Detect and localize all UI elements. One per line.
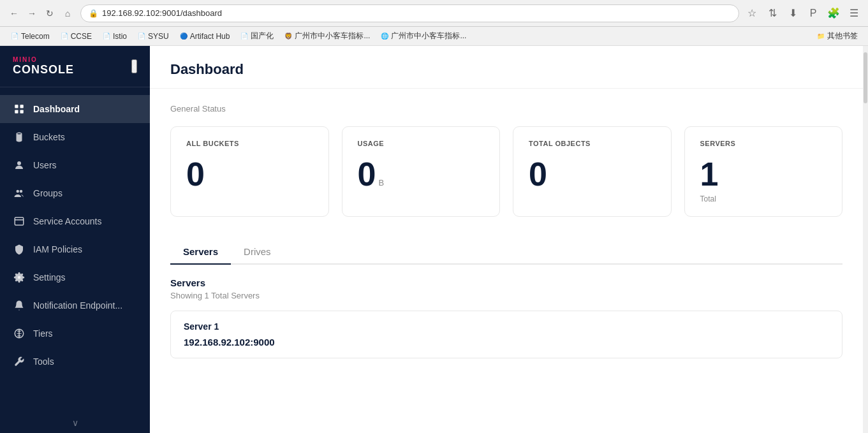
firefox-sync-button[interactable]: ⇅ bbox=[765, 6, 780, 21]
sidebar-logo: MINIO CONSOLE ‹ bbox=[0, 46, 150, 87]
sidebar-item-service-accounts[interactable]: Service Accounts bbox=[0, 207, 150, 235]
sidebar-item-iam-label: IAM Policies bbox=[33, 244, 82, 254]
sidebar-item-notification[interactable]: Notification Endpoint... bbox=[0, 291, 150, 319]
svg-point-6 bbox=[20, 190, 23, 193]
bookmarks-bar: 📄 Telecom 📄 CCSE 📄 Istio 📄 SYSU 🔵 Artifa… bbox=[0, 27, 868, 46]
bookmark-star-button[interactable]: ☆ bbox=[744, 6, 760, 21]
sidebar-item-tiers-label: Tiers bbox=[33, 328, 53, 339]
svg-rect-7 bbox=[15, 217, 24, 225]
stat-label-buckets: ALL BUCKETS bbox=[186, 140, 313, 147]
sidebar-item-dashboard-label: Dashboard bbox=[33, 104, 80, 114]
servers-section-title: Servers bbox=[170, 277, 842, 288]
bookmark-gz2[interactable]: 🌐 广州市中小客车指标... bbox=[376, 29, 470, 43]
stat-card-servers: SERVERS 1 Total bbox=[684, 126, 843, 217]
address-bar[interactable]: 🔒 192.168.92.102:9001/dashboard bbox=[80, 4, 739, 22]
bookmark-ccse-label: CCSE bbox=[71, 32, 92, 41]
bookmark-artifact-hub-icon: 🔵 bbox=[179, 32, 188, 41]
bookmark-ccse-icon: 📄 bbox=[60, 32, 69, 41]
sidebar-item-tools[interactable]: Tools bbox=[0, 348, 150, 376]
sidebar-item-buckets-label: Buckets bbox=[33, 132, 65, 142]
stat-card-objects: TOTAL OBJECTS 0 bbox=[513, 126, 672, 217]
content-area: General Status ALL BUCKETS 0 USAGE 0 B bbox=[150, 89, 863, 374]
bookmark-gz1[interactable]: 🦁 广州市中小客车指标... bbox=[280, 29, 374, 43]
sidebar-item-buckets[interactable]: Buckets bbox=[0, 123, 150, 151]
tabs-header: Servers Drives bbox=[170, 240, 842, 265]
sidebar-item-service-accounts-label: Service Accounts bbox=[33, 216, 101, 226]
bookmark-other[interactable]: 📁 其他书签 bbox=[813, 29, 862, 43]
right-scrollbar-thumb bbox=[864, 52, 867, 103]
bookmark-telecom-label: Telecom bbox=[21, 32, 50, 41]
bookmark-guochanhua[interactable]: 📄 国产化 bbox=[236, 29, 277, 43]
bookmark-gz1-icon: 🦁 bbox=[284, 32, 293, 41]
stat-label-objects: TOTAL OBJECTS bbox=[529, 140, 656, 147]
sidebar-item-iam[interactable]: IAM Policies bbox=[0, 235, 150, 263]
menu-button[interactable]: ☰ bbox=[846, 6, 862, 21]
bookmark-istio-label: Istio bbox=[113, 32, 127, 41]
page-header: Dashboard bbox=[150, 46, 863, 89]
service-accounts-icon bbox=[13, 215, 26, 228]
server-addr: 192.168.92.102:9000 bbox=[184, 337, 829, 348]
sidebar-item-groups[interactable]: Groups bbox=[0, 179, 150, 207]
sidebar-collapse-button[interactable]: ‹ bbox=[131, 59, 137, 73]
bookmark-telecom[interactable]: 📄 Telecom bbox=[6, 31, 54, 42]
bookmark-artifact-hub[interactable]: 🔵 Artifact Hub bbox=[175, 31, 234, 42]
profile-button[interactable]: P bbox=[805, 6, 821, 21]
logo-console: CONSOLE bbox=[13, 63, 74, 77]
forward-button[interactable]: → bbox=[24, 6, 40, 21]
tiers-icon bbox=[13, 327, 26, 340]
reload-button[interactable]: ↻ bbox=[42, 6, 57, 21]
users-icon bbox=[13, 159, 26, 172]
sidebar-item-dashboard[interactable]: Dashboard bbox=[0, 95, 150, 123]
sidebar-item-settings[interactable]: Settings bbox=[0, 263, 150, 291]
tabs-section: Servers Drives Servers Showing 1 Total S… bbox=[170, 240, 842, 358]
app-container: MINIO CONSOLE ‹ Dashboard Buckets bbox=[0, 46, 868, 433]
bookmark-ccse[interactable]: 📄 CCSE bbox=[56, 31, 96, 42]
bookmark-istio-icon: 📄 bbox=[102, 32, 111, 41]
iam-icon bbox=[13, 243, 26, 256]
home-button[interactable]: ⌂ bbox=[60, 6, 75, 21]
bookmark-gz1-label: 广州市中小客车指标... bbox=[295, 31, 370, 41]
svg-point-4 bbox=[17, 161, 21, 165]
tools-icon bbox=[13, 355, 26, 368]
servers-content: Servers Showing 1 Total Servers Server 1… bbox=[170, 277, 842, 358]
tab-drives[interactable]: Drives bbox=[231, 240, 284, 265]
logo-text: MINIO CONSOLE bbox=[13, 56, 74, 77]
sidebar-item-users-label: Users bbox=[33, 160, 57, 170]
bookmark-other-label: 其他书签 bbox=[827, 31, 858, 41]
svg-rect-1 bbox=[20, 105, 24, 108]
tab-servers[interactable]: Servers bbox=[170, 240, 231, 265]
sidebar-item-tiers[interactable]: Tiers bbox=[0, 319, 150, 348]
stat-value-row-usage: 0 B bbox=[358, 158, 485, 191]
svg-rect-3 bbox=[20, 110, 24, 114]
browser-toolbar: ← → ↻ ⌂ 🔒 192.168.92.102:9001/dashboard … bbox=[0, 0, 868, 27]
sidebar-item-groups-label: Groups bbox=[33, 188, 63, 198]
dashboard-icon bbox=[13, 103, 26, 115]
download-button[interactable]: ⬇ bbox=[785, 6, 800, 21]
sidebar-item-tools-label: Tools bbox=[33, 356, 54, 367]
right-scrollbar[interactable] bbox=[863, 46, 868, 433]
sidebar-scroll-down[interactable]: ∨ bbox=[0, 413, 150, 433]
stat-value-usage: 0 bbox=[358, 158, 376, 191]
stat-value-buckets: 0 bbox=[186, 158, 313, 191]
bookmark-artifact-hub-label: Artifact Hub bbox=[190, 32, 230, 41]
logo-minio: MINIO bbox=[13, 56, 74, 63]
servers-subtitle: Showing 1 Total Servers bbox=[170, 291, 842, 300]
extensions-button[interactable]: 🧩 bbox=[826, 6, 841, 21]
bookmark-gz2-icon: 🌐 bbox=[380, 32, 389, 41]
bookmark-sysu[interactable]: 📄 SYSU bbox=[133, 31, 173, 42]
browser-nav-buttons: ← → ↻ ⌂ bbox=[6, 6, 75, 21]
browser-actions: ☆ ⇅ ⬇ P 🧩 ☰ bbox=[744, 6, 862, 21]
settings-icon bbox=[13, 271, 26, 284]
bookmark-gz2-label: 广州市中小客车指标... bbox=[391, 31, 466, 41]
back-button[interactable]: ← bbox=[6, 6, 22, 21]
stat-value-servers: 1 bbox=[700, 158, 827, 191]
server-card-1: Server 1 192.168.92.102:9000 bbox=[170, 311, 842, 358]
page-title: Dashboard bbox=[170, 61, 842, 78]
stat-sub-servers: Total bbox=[700, 194, 827, 203]
bookmark-istio[interactable]: 📄 Istio bbox=[98, 31, 131, 42]
stat-label-servers: SERVERS bbox=[700, 140, 827, 147]
notification-icon bbox=[13, 299, 26, 312]
url-text: 192.168.92.102:9001/dashboard bbox=[102, 8, 222, 18]
stats-grid: ALL BUCKETS 0 USAGE 0 B TOTAL OBJECTS 0 bbox=[170, 126, 842, 217]
sidebar-item-users[interactable]: Users bbox=[0, 151, 150, 179]
